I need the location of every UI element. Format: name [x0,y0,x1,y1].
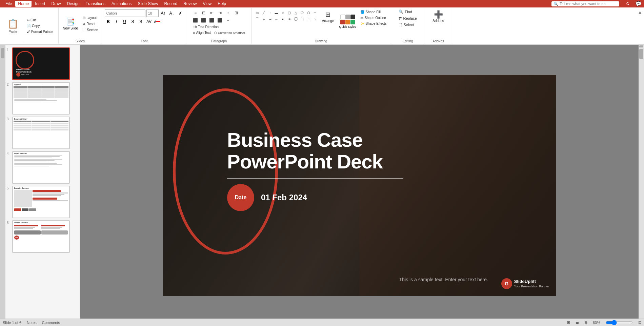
shape-chevron[interactable]: › [312,16,318,22]
reset-button[interactable]: ↺ Reset [81,21,99,26]
shape-outline-button[interactable]: ▭ Shape Outline [359,15,388,20]
strikethrough-button[interactable]: S [129,18,137,25]
vertical-scroll-left[interactable] [0,45,5,326]
menu-draw[interactable]: Draw [48,1,63,7]
numbering-button[interactable]: ⊟ [200,9,207,16]
notes-button[interactable]: Notes [27,321,37,325]
slide-thumb-3[interactable]: 3 Document History [7,117,78,149]
add-ins-button[interactable]: ➕ Add-ins [430,9,447,24]
cut-button[interactable]: ✂ Cut [25,18,55,23]
menu-animations[interactable]: Animations [109,1,134,7]
font-decrease-button[interactable]: A↓ [168,9,176,17]
slide-thumbnail-3[interactable]: Document History [12,117,70,149]
clear-formatting-button[interactable]: ✗ [177,9,184,17]
shape-fill-button[interactable]: 🪣 Shape Fill [359,9,388,15]
convert-smartart-button[interactable]: ⬡ Convert to SmartArt [213,30,246,35]
char-spacing-button[interactable]: AV [145,18,153,25]
fit-slide-button[interactable]: ⊡ [638,320,641,325]
rtl-button[interactable]: ↔ [224,17,232,24]
increase-indent-button[interactable]: ⇥ [216,9,224,16]
slide-thumbnail-5[interactable]: Executive Summary [12,186,70,218]
menu-record[interactable]: Record [161,1,180,7]
main-slide-canvas[interactable]: Business Case PowerPoint Deck Date 01 Fe… [163,75,556,296]
shape-pentagon[interactable]: ⬠ [299,9,305,16]
tell-me-input[interactable] [560,2,614,6]
shape-star[interactable]: ★ [280,16,286,22]
shape-rect2[interactable]: ▬ [274,9,280,16]
slide-thumbnail-2[interactable]: Approval [12,82,70,115]
decrease-indent-button[interactable]: ⇤ [208,9,216,16]
format-painter-button[interactable]: 🖌 Format Painter [25,29,55,34]
shape-connector[interactable]: ⤷ [261,16,267,22]
menu-review[interactable]: Review [181,1,199,7]
bold-button[interactable]: B [105,18,112,25]
slide-thumb-4[interactable]: 4 Project Rationale [7,151,78,184]
view-grid-icon[interactable]: ⊟ [584,320,587,325]
shape-bracket[interactable]: [ ] [299,16,305,22]
section-button[interactable]: ☰ Section [81,27,99,33]
arrange-button[interactable]: ⊞ Arrange [320,9,337,24]
text-direction-button[interactable]: ↕A Text Direction [192,24,220,29]
shape-line[interactable]: ╱ [261,9,267,16]
select-button[interactable]: ⬚ Select [397,22,419,27]
menu-transitions[interactable]: Transitions [83,1,108,7]
view-outline-icon[interactable]: ☰ [576,320,579,325]
font-increase-button[interactable]: A↑ [160,9,167,17]
replace-button[interactable]: ⇄ Replace [397,15,419,21]
underline-button[interactable]: U [121,18,128,25]
font-color-button[interactable]: A [154,18,161,25]
collapse-ribbon-button[interactable]: ▲ [636,8,644,44]
shape-arrow[interactable]: → [267,9,273,16]
align-right-button[interactable]: ⬛ [208,17,216,24]
menu-home[interactable]: Home [15,1,32,7]
shape-rectangle[interactable]: ▭ [254,9,260,16]
layout-button[interactable]: ⊞ Layout [81,15,99,20]
slide-thumbnail-1[interactable]: Business CasePowerPoint Deck 01 Feb 2024 [12,47,70,80]
shape-rounded[interactable]: ▢ [286,9,293,16]
menu-insert[interactable]: Insert [32,1,48,7]
slide-thumbnail-6[interactable]: Problem Statement 65% [12,220,70,253]
align-left-button[interactable]: ⬛ [192,17,199,24]
slide-thumb-5[interactable]: 5 Executive Summary [7,186,78,218]
paste-button[interactable]: 📋 Paste [5,17,21,35]
line-spacing-button[interactable]: ↕ [224,9,232,16]
shape-more[interactable]: + [312,9,318,16]
align-text-button[interactable]: ≡ Align Text [192,30,212,35]
slide-thumb-1[interactable]: 1 Business CasePowerPoint Deck 01 Feb 20… [7,47,78,80]
shadow-button[interactable]: S [137,18,145,25]
shape-wave[interactable]: ~ [306,16,312,22]
menu-slideshow[interactable]: Slide Show [135,1,161,7]
shape-triangle[interactable]: △ [293,9,299,16]
menu-help[interactable]: Help [215,1,229,7]
justify-button[interactable]: ⬛ [216,17,224,24]
font-name-input[interactable] [105,9,145,17]
zoom-slider[interactable] [606,320,633,325]
shape-curved[interactable]: ⌒ [254,16,260,22]
new-slide-button[interactable]: 📑 New Slide [61,16,80,32]
bullets-button[interactable]: ≡ [192,9,199,16]
right-scrollbar[interactable] [639,45,644,326]
shape-star6[interactable]: ✶ [286,16,293,22]
align-center-button[interactable]: ⬛ [200,17,207,24]
slide-thumbnail-4[interactable]: Project Rationale [12,151,70,184]
copy-button[interactable]: 📄 Copy [25,23,55,28]
shape-effects-button[interactable]: ✨ Shape Effects [359,21,388,26]
find-button[interactable]: 🔍 Find [397,9,419,15]
slide-thumb-6[interactable]: 6 Problem Statement 65% [7,220,78,253]
slide-thumb-2[interactable]: 2 Approval [7,82,78,115]
user-avatar[interactable]: G [623,1,633,7]
menu-design[interactable]: Design [64,1,82,7]
column-button[interactable]: ⊞ [233,9,240,16]
shape-bend[interactable]: ⤻ [267,16,273,22]
menu-view[interactable]: View [200,1,214,7]
view-normal-icon[interactable]: ⊞ [567,320,570,325]
menu-file[interactable]: File [3,1,15,7]
comments-button[interactable]: Comments [42,321,60,325]
shape-hexagon[interactable]: ⬡ [306,9,312,16]
font-size-input[interactable] [146,9,159,17]
shape-callout[interactable]: 💬 [293,16,299,22]
shape-double[interactable]: ↔ [274,16,280,22]
quick-styles-button[interactable]: Quick Styles [338,9,358,33]
shape-oval[interactable]: ○ [280,9,286,16]
italic-button[interactable]: I [113,18,120,25]
